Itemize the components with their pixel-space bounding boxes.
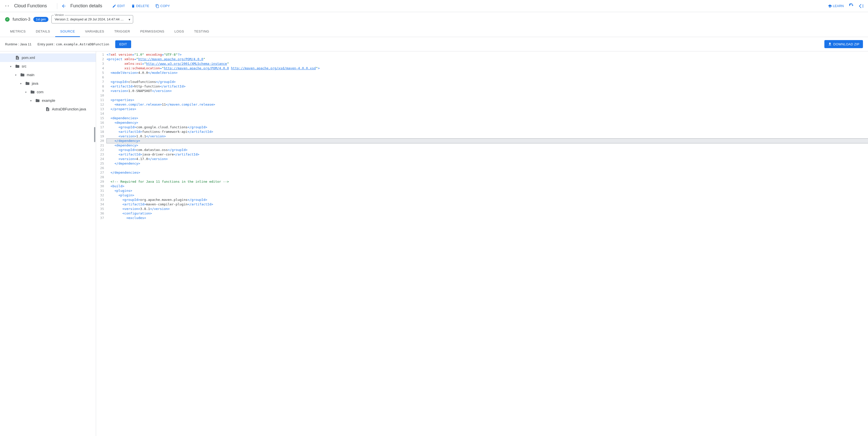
tab-logs[interactable]: LOGS	[169, 27, 189, 37]
code-line-23[interactable]: <artifactId>java-driver-core</artifactId…	[107, 152, 868, 157]
tree-item-java[interactable]: ▾java	[0, 79, 96, 88]
graduation-cap-icon	[828, 4, 832, 8]
trash-icon	[131, 4, 135, 8]
download-icon	[828, 42, 832, 46]
function-name: function-3	[12, 17, 30, 22]
collapse-panel-icon[interactable]	[859, 3, 864, 8]
expand-icon[interactable]: ▾	[30, 99, 33, 102]
code-line-10[interactable]	[107, 93, 868, 98]
learn-button[interactable]: LEARN	[828, 4, 844, 8]
expand-icon[interactable]: ▾	[10, 65, 13, 68]
tabs: METRICSDETAILSSOURCEVARIABLESTRIGGERPERM…	[0, 27, 868, 37]
entry-point-info: Entry point : com.example.AstraDBFunctio…	[38, 42, 109, 46]
copy-button[interactable]: COPY	[155, 4, 170, 8]
tab-trigger[interactable]: TRIGGER	[109, 27, 135, 37]
tree-item-src[interactable]: ▾src	[0, 62, 96, 71]
code-line-16[interactable]: <dependency>	[107, 121, 868, 125]
expand-icon[interactable]: ▾	[25, 91, 28, 94]
tree-item-main[interactable]: ▾main	[0, 71, 96, 79]
folder-icon	[35, 98, 40, 103]
tab-metrics[interactable]: METRICS	[5, 27, 31, 37]
expand-icon[interactable]: ▾	[15, 74, 18, 76]
version-select-label: Version	[54, 13, 65, 16]
tree-item-label: java	[32, 81, 38, 86]
code-line-22[interactable]: <groupId>com.datastax.oss</groupId>	[107, 148, 868, 152]
code-line-28[interactable]	[107, 175, 868, 179]
code-line-25[interactable]: </dependency>	[107, 161, 868, 166]
code-line-15[interactable]: <dependencies>	[107, 116, 868, 121]
code-line-24[interactable]: <version>4.17.0</version>	[107, 157, 868, 161]
svg-text:(··): (··)	[4, 3, 10, 8]
tree-item-pom-xml[interactable]: pom.xml	[0, 54, 96, 62]
copy-icon	[155, 4, 159, 8]
delete-button[interactable]: DELETE	[131, 4, 149, 8]
code-line-27[interactable]: </dependencies>	[107, 170, 868, 175]
file-icon	[15, 56, 20, 60]
code-line-2[interactable]: <project xmlns="http://maven.apache.org/…	[107, 57, 868, 62]
line-gutter: 1234567891011121314151617181920212223242…	[96, 52, 107, 436]
folder-icon	[25, 81, 30, 86]
code-line-7[interactable]: <groupId>cloudfunctions</groupId>	[107, 80, 868, 84]
header-actions: EDIT DELETE COPY	[112, 4, 170, 8]
refresh-icon[interactable]	[849, 3, 854, 8]
cloud-functions-logo-icon: (··)	[4, 3, 10, 9]
code-line-31[interactable]: <plugins>	[107, 189, 868, 193]
code-line-1[interactable]: <?xml version="1.0" encoding="UTF-8"?>	[107, 53, 868, 57]
generation-badge: 1st gen	[33, 17, 48, 22]
code-line-9[interactable]: <version>1.0-SNAPSHOT</version>	[107, 89, 868, 93]
tab-testing[interactable]: TESTING	[189, 27, 214, 37]
code-line-8[interactable]: <artifactId>http-function</artifactId>	[107, 84, 868, 89]
folder-icon	[30, 90, 35, 94]
code-line-36[interactable]: <configuration>	[107, 211, 868, 216]
tab-variables[interactable]: VARIABLES	[80, 27, 109, 37]
code-line-11[interactable]: <properties>	[107, 98, 868, 102]
code-line-21[interactable]: <dependency>	[107, 143, 868, 148]
code-line-6[interactable]	[107, 75, 868, 80]
tab-source[interactable]: SOURCE	[55, 27, 80, 37]
code-line-30[interactable]: <build>	[107, 184, 868, 189]
top-header: (··) Cloud Functions Function details ED…	[0, 0, 868, 12]
code-line-19[interactable]: <version>1.0.1</version>	[107, 134, 868, 139]
runtime-info: Runtime : Java 11	[5, 42, 32, 46]
code-line-3[interactable]: xmlns:xsi="http://www.w3.org/2001/XMLSch…	[107, 62, 868, 66]
code-line-37[interactable]: <excludes>	[107, 216, 868, 220]
tree-item-label: AstraDBFunction.java	[52, 107, 86, 111]
code-line-29[interactable]: <!-- Required for Java 11 functions in t…	[107, 179, 868, 184]
code-line-18[interactable]: <artifactId>functions-framework-api</art…	[107, 130, 868, 134]
expand-icon[interactable]: ▾	[20, 82, 23, 85]
header-right-actions: LEARN	[828, 3, 864, 8]
code-line-13[interactable]: </properties>	[107, 107, 868, 111]
tab-details[interactable]: DETAILS	[31, 27, 55, 37]
edit-button[interactable]: EDIT	[112, 4, 125, 8]
back-icon[interactable]	[61, 3, 66, 8]
tree-item-label: pom.xml	[22, 56, 35, 60]
code-line-34[interactable]: <artifactId>maven-compiler-plugin</artif…	[107, 202, 868, 207]
code-line-20[interactable]: </dependency>	[107, 139, 868, 143]
source-toolbar: Runtime : Java 11 Entry point : com.exam…	[0, 37, 868, 52]
code-line-17[interactable]: <groupId>com.google.cloud.functions</gro…	[107, 125, 868, 130]
code-line-32[interactable]: <plugin>	[107, 193, 868, 198]
tree-item-example[interactable]: ▾example	[0, 96, 96, 105]
tab-permissions[interactable]: PERMISSIONS	[135, 27, 169, 37]
edit-source-button[interactable]: EDIT	[115, 40, 131, 48]
tree-item-label: main	[27, 73, 34, 77]
tree-item-com[interactable]: ▾com	[0, 88, 96, 96]
file-icon	[45, 107, 50, 111]
file-tree: pom.xml▾src▾main▾java▾com▾exampleAstraDB…	[0, 52, 96, 436]
code-line-12[interactable]: <maven.compiler.release>11</maven.compil…	[107, 102, 868, 107]
pencil-icon	[112, 4, 116, 8]
caret-down-icon: ▾	[129, 18, 130, 21]
code-line-14[interactable]	[107, 111, 868, 116]
code-line-4[interactable]: xsi:schemaLocation="http://maven.apache.…	[107, 66, 868, 71]
download-zip-button[interactable]: DOWNLOAD ZIP	[825, 40, 863, 48]
code-line-35[interactable]: <version>3.8.1</version>	[107, 207, 868, 211]
code-line-5[interactable]: <modelVersion>4.0.0</modelVersion>	[107, 71, 868, 75]
code-editor[interactable]: 1234567891011121314151617181920212223242…	[96, 52, 868, 436]
version-select[interactable]: Version Version 2, deployed at 29 Jul 20…	[52, 15, 133, 24]
main-content: pom.xml▾src▾main▾java▾com▾exampleAstraDB…	[0, 52, 868, 436]
code-line-26[interactable]	[107, 166, 868, 170]
tree-item-astradbfunction-java[interactable]: AstraDBFunction.java	[0, 105, 96, 113]
code-area[interactable]: <?xml version="1.0" encoding="UTF-8"?><p…	[107, 52, 868, 436]
scrollbar-thumb[interactable]	[94, 127, 95, 142]
code-line-33[interactable]: <groupId>org.apache.maven.plugins</group…	[107, 198, 868, 202]
